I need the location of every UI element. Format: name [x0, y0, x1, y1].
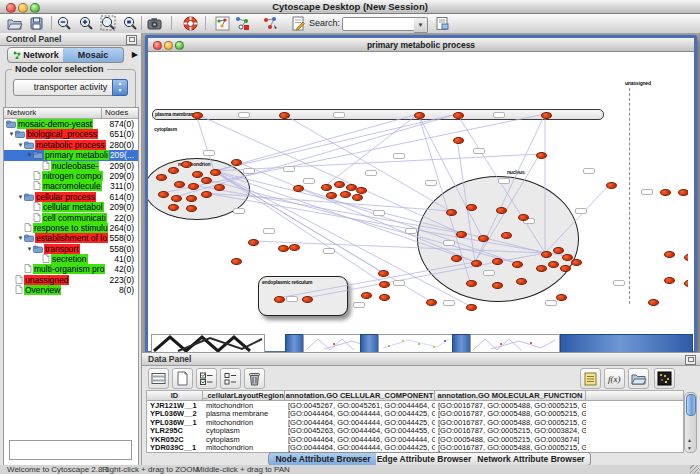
table-cell[interactable]: [GO:0016787, GO:0005488, GO:0005215, G..… [435, 410, 586, 418]
tree-row[interactable]: ▼cellular process614(0) [4, 192, 138, 202]
save-session-icon[interactable] [28, 15, 45, 32]
graph-node[interactable] [453, 112, 464, 119]
zoom-out-icon[interactable] [56, 15, 73, 32]
graph-node[interactable] [340, 191, 351, 198]
zoom-fit-icon[interactable] [100, 15, 117, 32]
graph-node[interactable] [293, 185, 304, 192]
resize-grip[interactable] [690, 465, 699, 474]
tree-row[interactable]: multi-organism pro42(0) [4, 264, 138, 274]
graph-node[interactable] [648, 299, 659, 306]
birds-eye-view[interactable] [9, 440, 132, 460]
graph-node[interactable] [334, 181, 345, 188]
float-panel-icon[interactable] [685, 355, 696, 365]
table-row[interactable]: YPL036W__1mitochondrion[GO:0044464, GO:0… [147, 419, 683, 427]
graph-node[interactable] [302, 296, 313, 303]
tree-row[interactable]: ▼transport558(0) [4, 244, 138, 254]
help-ring-icon[interactable] [182, 15, 199, 32]
graph-node[interactable] [174, 181, 185, 188]
network-frame-titlebar[interactable]: primary metabolic process [148, 38, 694, 52]
graph-node[interactable] [379, 281, 390, 288]
tree-row[interactable]: Overview8(0) [4, 285, 138, 295]
graph-node[interactable] [492, 258, 503, 265]
tree-row[interactable]: response to stimulu264(0) [4, 223, 138, 233]
graph-node[interactable] [278, 245, 289, 252]
tree-column-network[interactable]: Network [4, 108, 102, 119]
table-cell[interactable]: [GO:0045267, GO:0045261, GO:0044464, G..… [285, 402, 435, 410]
tree-row[interactable]: mosaic-demo-yeast874(0) [4, 119, 138, 129]
network-canvas[interactable]: plasma membranecytoplasmmitochondrionnuc… [148, 52, 688, 348]
scroll-up-arrow[interactable]: ▲ [685, 436, 694, 444]
graph-node[interactable] [496, 207, 507, 214]
tree-column-nodes[interactable]: Nodes [102, 108, 138, 119]
graph-node[interactable] [471, 260, 482, 267]
table-cell[interactable]: [GO:0045263, GO:0044464, GO:0044455, G..… [285, 427, 435, 435]
graph-node[interactable] [289, 244, 300, 251]
scrollbar-thumb[interactable] [686, 394, 696, 416]
graph-node[interactable] [171, 195, 182, 202]
tree-row[interactable]: cellular metabol209(0) [4, 202, 138, 212]
graph-node[interactable] [414, 112, 425, 119]
tab-overflow-arrow[interactable]: ▶ [132, 50, 138, 59]
graph-node[interactable] [426, 299, 437, 306]
graph-node[interactable] [536, 152, 547, 159]
table-cell[interactable]: cytoplasm [203, 436, 285, 444]
graph-node[interactable] [201, 191, 212, 198]
graph-node[interactable] [560, 265, 571, 272]
graph-node[interactable] [379, 294, 390, 301]
minimized-window-net[interactable] [470, 334, 560, 352]
vizmap-b-icon[interactable] [262, 15, 279, 32]
minimized-window-bar[interactable] [452, 334, 472, 352]
attribute-matrix-icon[interactable] [654, 368, 675, 389]
graph-node[interactable] [192, 112, 203, 119]
delete-attribute-icon[interactable] [244, 368, 265, 389]
search-dropdown-arrow[interactable]: ▼ [414, 17, 428, 33]
graph-node[interactable] [231, 258, 242, 265]
table-row[interactable]: YKR052Ccytoplasm[GO:0044464, GO:0044446,… [147, 436, 683, 444]
graph-node[interactable] [248, 239, 259, 246]
graph-node[interactable] [352, 194, 363, 201]
minimized-window-dots[interactable] [378, 334, 454, 352]
expander-icon[interactable]: ▼ [17, 192, 24, 202]
tab-network-attribute-browser[interactable]: Network Attribute Browser [472, 452, 591, 466]
minimized-window-net[interactable] [303, 334, 362, 352]
zoom-in-icon[interactable] [78, 15, 95, 32]
graph-node[interactable] [512, 261, 523, 268]
float-panel-icon[interactable] [126, 35, 137, 45]
table-cell[interactable]: [GO:0044464, GO:0044444, GO:0044425, G..… [285, 419, 435, 427]
graph-node[interactable] [541, 112, 552, 119]
table-cell[interactable]: cytoplasm [203, 427, 285, 435]
open-session-icon[interactable] [6, 15, 23, 32]
tab-network[interactable]: Network [7, 47, 65, 63]
table-header-col1[interactable]: _cellularLayoutRegion [203, 391, 285, 401]
tree-row[interactable]: ▼metabolic process280(0) [4, 140, 138, 150]
table-cell[interactable]: YKR052C [147, 436, 203, 444]
table-cell[interactable]: [GO:0044464, GO:0044444, GO:0044425, G..… [285, 410, 435, 418]
graph-node[interactable] [451, 255, 462, 262]
tree-row[interactable]: unassigned223(0) [4, 275, 138, 285]
tab-node-attribute-browser[interactable]: Node Attribute Browser [268, 452, 378, 466]
table-header-id[interactable]: ID [147, 391, 203, 401]
expander-icon[interactable]: ▼ [26, 244, 33, 254]
graph-node[interactable] [378, 270, 389, 277]
minimized-window-bar[interactable] [560, 334, 693, 352]
graph-node[interactable] [181, 161, 192, 168]
graph-node[interactable] [684, 254, 689, 261]
node-color-dropdown[interactable]: transporter activity ▲▼ [13, 79, 128, 96]
expander-icon[interactable]: ▼ [17, 140, 24, 150]
select-attributes-icon[interactable] [196, 368, 217, 389]
graph-node[interactable] [453, 137, 464, 144]
expander-icon[interactable]: ▼ [8, 129, 15, 139]
network-view-icon[interactable] [214, 15, 231, 32]
graph-node[interactable] [664, 251, 675, 258]
search-input[interactable] [342, 17, 418, 31]
tree-row[interactable]: ▼establishment of lo558(0) [4, 233, 138, 243]
graph-node[interactable] [660, 189, 671, 196]
table-header-col2[interactable]: annotation.GO CELLULAR_COMPONENT [285, 391, 435, 401]
graph-node[interactable] [346, 184, 357, 191]
vizmap-a-icon[interactable] [234, 15, 251, 32]
graph-node[interactable] [214, 184, 225, 191]
table-cell[interactable]: YLR295C [147, 427, 203, 435]
import-attributes-icon[interactable] [628, 368, 649, 389]
search-options-icon[interactable] [434, 15, 451, 32]
function-builder-icon[interactable]: f(x) [604, 368, 625, 389]
